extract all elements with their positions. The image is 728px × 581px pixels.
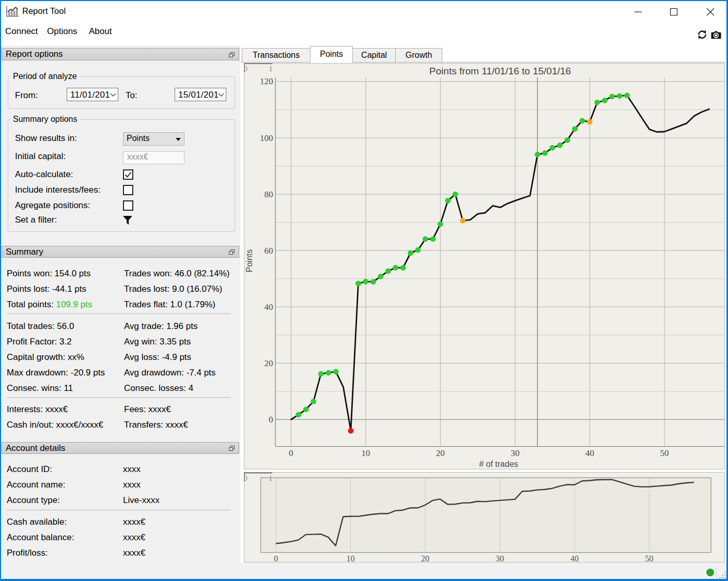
svg-text:1: 1 <box>269 474 273 482</box>
svg-text:40: 40 <box>585 448 594 458</box>
svg-text:Points from 11/01/16 to 15/01/: Points from 11/01/16 to 15/01/16 <box>429 66 571 76</box>
svg-text:# of trades: # of trades <box>479 460 518 468</box>
svg-text:40: 40 <box>570 554 579 562</box>
svg-text:20: 20 <box>421 554 429 562</box>
svg-text:50: 50 <box>660 448 669 458</box>
svg-text:30: 30 <box>496 554 504 562</box>
svg-text:40: 40 <box>265 302 273 312</box>
svg-text:0: 0 <box>244 474 247 482</box>
svg-text:0: 0 <box>274 554 278 562</box>
svg-text:10: 10 <box>361 448 370 458</box>
svg-text:30: 30 <box>510 448 519 458</box>
svg-text:Points: Points <box>245 249 254 272</box>
svg-text:120: 120 <box>260 76 273 86</box>
svg-text:0: 0 <box>289 448 293 458</box>
svg-text:80: 80 <box>265 190 273 199</box>
svg-text:0: 0 <box>244 65 247 73</box>
svg-text:0: 0 <box>269 415 273 425</box>
svg-text:60: 60 <box>265 246 273 256</box>
svg-text:20: 20 <box>436 448 445 458</box>
svg-text:10: 10 <box>347 554 355 562</box>
svg-text:50: 50 <box>645 554 654 562</box>
svg-text:100: 100 <box>260 133 273 143</box>
svg-text:20: 20 <box>265 358 273 368</box>
svg-text:1: 1 <box>269 65 273 73</box>
